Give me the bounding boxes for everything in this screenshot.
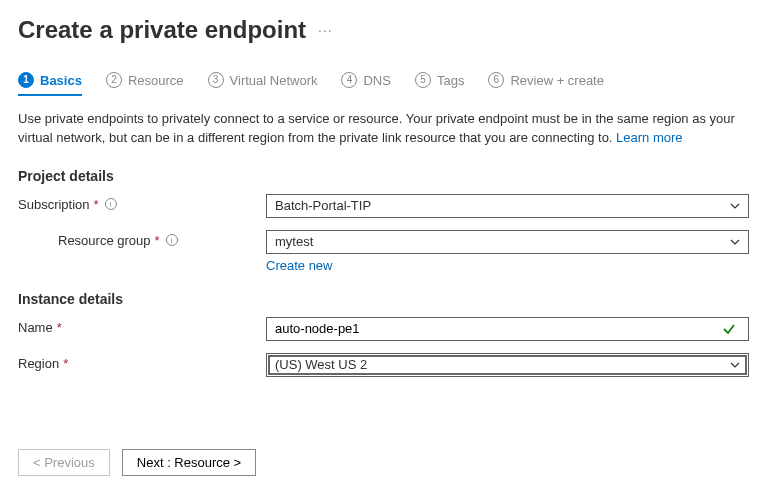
chevron-down-icon	[730, 237, 740, 247]
page-title: Create a private endpoint	[18, 16, 306, 44]
region-value: (US) West US 2	[275, 357, 367, 372]
section-project-details: Project details	[18, 168, 749, 184]
info-icon[interactable]: i	[166, 234, 178, 246]
tab-label: Tags	[437, 73, 464, 88]
tab-label: Virtual Network	[230, 73, 318, 88]
more-icon[interactable]: ···	[318, 22, 333, 38]
create-new-link[interactable]: Create new	[266, 258, 332, 273]
tab-resource[interactable]: 2 Resource	[106, 72, 184, 96]
name-label: Name	[18, 320, 53, 335]
subscription-dropdown[interactable]: Batch-Portal-TIP	[266, 194, 749, 218]
tab-dns[interactable]: 4 DNS	[341, 72, 390, 96]
required-indicator: *	[155, 233, 160, 248]
check-icon	[722, 322, 736, 336]
step-number-icon: 6	[488, 72, 504, 88]
wizard-tabs: 1 Basics 2 Resource 3 Virtual Network 4 …	[18, 72, 749, 96]
name-field[interactable]	[275, 321, 722, 336]
region-dropdown[interactable]: (US) West US 2	[266, 353, 749, 377]
resource-group-dropdown[interactable]: mytest	[266, 230, 749, 254]
tab-label: Basics	[40, 73, 82, 88]
tab-tags[interactable]: 5 Tags	[415, 72, 464, 96]
resource-group-value: mytest	[275, 234, 313, 249]
next-button[interactable]: Next : Resource >	[122, 449, 256, 476]
learn-more-link[interactable]: Learn more	[616, 130, 682, 145]
region-label: Region	[18, 356, 59, 371]
tab-virtual-network[interactable]: 3 Virtual Network	[208, 72, 318, 96]
chevron-down-icon	[730, 201, 740, 211]
info-icon[interactable]: i	[105, 198, 117, 210]
tab-label: DNS	[363, 73, 390, 88]
section-instance-details: Instance details	[18, 291, 749, 307]
required-indicator: *	[57, 320, 62, 335]
previous-button: < Previous	[18, 449, 110, 476]
subscription-value: Batch-Portal-TIP	[275, 198, 371, 213]
step-number-icon: 4	[341, 72, 357, 88]
step-number-icon: 1	[18, 72, 34, 88]
step-number-icon: 2	[106, 72, 122, 88]
tab-basics[interactable]: 1 Basics	[18, 72, 82, 96]
resource-group-label: Resource group	[58, 233, 151, 248]
description: Use private endpoints to privately conne…	[18, 110, 748, 148]
name-input[interactable]	[266, 317, 749, 341]
required-indicator: *	[94, 197, 99, 212]
tab-label: Review + create	[510, 73, 604, 88]
chevron-down-icon	[730, 360, 740, 370]
tab-review-create[interactable]: 6 Review + create	[488, 72, 604, 96]
subscription-label: Subscription	[18, 197, 90, 212]
step-number-icon: 5	[415, 72, 431, 88]
required-indicator: *	[63, 356, 68, 371]
step-number-icon: 3	[208, 72, 224, 88]
tab-label: Resource	[128, 73, 184, 88]
